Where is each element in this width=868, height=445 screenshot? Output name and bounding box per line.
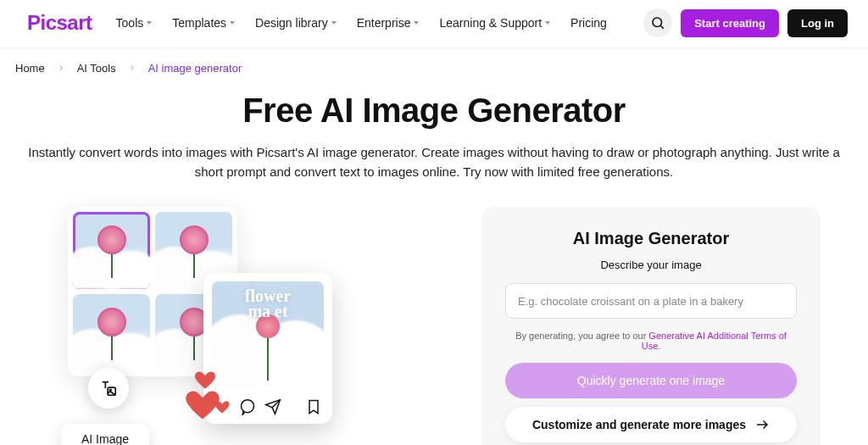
panel-subtitle: Describe your image <box>505 259 797 271</box>
svg-line-1 <box>660 25 664 29</box>
prompt-input[interactable] <box>505 283 797 319</box>
social-preview-card: flower ma et <box>203 273 332 424</box>
nav-templates[interactable]: Templates <box>172 16 235 30</box>
chevron-right-icon <box>128 62 136 75</box>
top-nav: Picsart Tools Templates Design library E… <box>0 0 868 48</box>
overlay-text: flower ma et <box>212 288 324 320</box>
heart-icon <box>183 385 222 424</box>
search-icon <box>650 15 665 31</box>
panel-title: AI Image Generator <box>505 229 797 248</box>
breadcrumb-home[interactable]: Home <box>15 62 45 75</box>
chevron-down-icon <box>331 21 337 25</box>
generator-panel: AI Image Generator Describe your image B… <box>481 207 821 445</box>
bookmark-icon[interactable] <box>305 398 322 415</box>
breadcrumb-ai-tools[interactable]: AI Tools <box>77 62 116 75</box>
terms-text: By generating, you agree to our Generati… <box>505 331 797 351</box>
content-row: flower ma et AI Image AI Image Generator… <box>0 181 868 445</box>
customize-generate-button[interactable]: Customize and generate more images <box>505 407 797 442</box>
svg-point-0 <box>653 18 662 27</box>
svg-point-2 <box>242 400 254 413</box>
demo-illustration: flower ma et AI Image <box>68 207 407 445</box>
arrow-right-icon <box>754 417 770 432</box>
breadcrumb: Home AI Tools AI image generator <box>0 48 868 88</box>
customize-label: Customize and generate more images <box>532 418 746 431</box>
social-image: flower ma et <box>212 281 324 392</box>
quick-generate-button[interactable]: Quickly generate one image <box>505 363 797 398</box>
social-action-row <box>212 392 324 415</box>
chevron-down-icon <box>147 21 152 25</box>
share-icon[interactable] <box>264 398 281 415</box>
page-title: Free AI Image Generator <box>20 92 848 130</box>
hero: Free AI Image Generator Instantly conver… <box>0 92 868 181</box>
header-actions: Start creating Log in <box>643 8 848 37</box>
nav-pricing[interactable]: Pricing <box>570 16 607 30</box>
comment-icon[interactable] <box>239 398 256 415</box>
chevron-right-icon <box>57 62 65 75</box>
text-to-image-button[interactable] <box>88 368 129 409</box>
chevron-down-icon <box>414 21 419 25</box>
nav-learning-support[interactable]: Learning & Support <box>439 16 550 30</box>
page-subtitle: Instantly convert words into images with… <box>27 143 841 181</box>
nav-tools[interactable]: Tools <box>116 16 153 30</box>
search-button[interactable] <box>643 8 672 37</box>
chevron-down-icon <box>545 21 550 25</box>
nav-design-library[interactable]: Design library <box>255 16 337 30</box>
chevron-down-icon <box>230 21 235 25</box>
nav-label: Tools <box>116 16 144 30</box>
text-to-image-icon <box>99 379 118 398</box>
breadcrumb-current: AI image generator <box>148 62 242 75</box>
terms-link[interactable]: Generative AI Additional Terms of Use. <box>642 331 787 351</box>
ai-image-pill[interactable]: AI Image <box>61 424 149 445</box>
nav-label: Design library <box>255 16 328 30</box>
main-nav: Tools Templates Design library Enterpris… <box>116 16 620 30</box>
logo[interactable]: Picsart <box>27 11 92 35</box>
nav-label: Templates <box>172 16 226 30</box>
nav-label: Learning & Support <box>439 16 542 30</box>
log-in-button[interactable]: Log in <box>787 9 848 37</box>
nav-enterprise[interactable]: Enterprise <box>357 16 420 30</box>
start-creating-button[interactable]: Start creating <box>681 9 779 37</box>
thumbnail-1[interactable] <box>73 212 150 289</box>
thumbnail-3[interactable] <box>73 294 150 371</box>
nav-label: Pricing <box>570 16 607 30</box>
nav-label: Enterprise <box>357 16 411 30</box>
